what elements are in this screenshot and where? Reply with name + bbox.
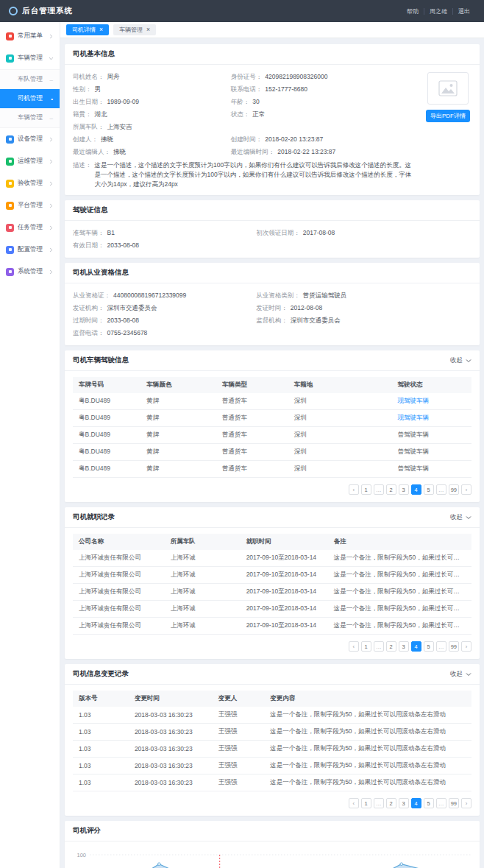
page-button[interactable]: 4 xyxy=(411,484,421,495)
page-button[interactable]: 5 xyxy=(424,798,434,808)
page-button[interactable]: 5 xyxy=(424,484,434,495)
page-button[interactable]: 2 xyxy=(386,641,396,652)
page-button[interactable]: › xyxy=(461,798,471,808)
page-button[interactable]: 3 xyxy=(399,641,409,652)
field-row: 司机姓名：周舟 身份证号：420982198908326000 xyxy=(73,71,416,83)
table-row: 上海环诚责任有限公司 上海环诚 2017-09-10至2018-03-14 这是… xyxy=(73,601,471,618)
page-button[interactable]: 5 xyxy=(424,641,434,652)
column-header: 车辆颜色 xyxy=(140,377,216,393)
page-button[interactable]: › xyxy=(461,484,471,495)
close-icon[interactable]: × xyxy=(99,27,103,33)
sidebar-subitem-driver-mgmt[interactable]: 司机管理 • xyxy=(0,89,60,108)
vehicle-mgmt-submenu: 车队管理 – 司机管理 • 车辆管理 – xyxy=(0,69,60,128)
sidebar-item-platform-mgmt[interactable]: 平台管理 xyxy=(0,194,60,216)
field-label: 最近编辑时间： xyxy=(231,146,275,158)
sidebar-item-label: 车辆管理 xyxy=(18,54,45,63)
page-button[interactable]: 2 xyxy=(386,484,396,495)
field-value: 440800088196712339099 xyxy=(113,289,186,302)
collapse-toggle[interactable]: 收起 xyxy=(450,513,471,522)
sidebar-item-task-mgmt[interactable]: 任务管理 xyxy=(0,216,60,239)
collapse-label: 收起 xyxy=(450,356,463,365)
sidebar-item-config-mgmt[interactable]: 配置管理 xyxy=(0,239,60,261)
page-button[interactable]: … xyxy=(374,641,384,652)
chevron-right-icon xyxy=(49,247,54,253)
driver-score-card: 司机评分 02040608010010/2010/2110/2210/2310/… xyxy=(65,821,480,868)
table-row: 1.03 2018-03-03 16:30:23 王强强 这是一个备注，限制字段… xyxy=(73,741,471,758)
page-button[interactable]: 99 xyxy=(449,484,459,495)
export-pdf-button[interactable]: 导出PDF详情 xyxy=(426,110,470,122)
logout-link[interactable]: 退出 xyxy=(453,7,475,15)
field-value: 0755-2345678 xyxy=(107,327,148,339)
chevron-down-icon xyxy=(466,515,471,521)
sidebar-subitem-vehicle-mgmt[interactable]: 车辆管理 – xyxy=(0,108,60,127)
chevron-right-icon xyxy=(49,159,54,164)
page-button[interactable]: 1 xyxy=(361,798,371,808)
driving-status-link[interactable]: 现驾驶车辆 xyxy=(392,410,471,427)
content-cell: 这是一个备注，限制字段为50，如果过长可以用滚动条左右滑动 xyxy=(264,724,471,741)
period-cell: 2017-09-10至2018-03-14 xyxy=(241,618,328,635)
platform-mgmt-icon xyxy=(6,202,14,210)
page-button[interactable]: 1 xyxy=(361,484,371,495)
page-button[interactable]: 2 xyxy=(386,798,396,808)
subitem-label: 车队管理 xyxy=(18,75,43,84)
page-button[interactable]: 99 xyxy=(449,798,459,808)
sidebar-item-acceptance-mgmt[interactable]: 验收管理 xyxy=(0,172,60,194)
note-cell: 这是一个备注，限制字段为50，如果过长可以用滚动条左右滑动 xyxy=(328,567,471,584)
sidebar-item-vehicle-mgmt[interactable]: 车辆管理 xyxy=(0,47,60,69)
tab-label: 司机详情 xyxy=(72,26,96,34)
sidebar-item-system-mgmt[interactable]: 系统管理 xyxy=(0,261,60,283)
page-button[interactable]: ‹ xyxy=(349,798,359,808)
field-value: 1989-09-09 xyxy=(107,96,139,108)
page-button[interactable]: … xyxy=(436,641,446,652)
page-button[interactable]: ‹ xyxy=(349,641,359,652)
field-label: 准驾车辆： xyxy=(73,227,104,239)
page-button[interactable]: 3 xyxy=(399,484,409,495)
collapse-label: 收起 xyxy=(450,513,463,522)
chevron-right-icon xyxy=(49,137,54,142)
page-button[interactable]: … xyxy=(374,798,384,808)
tab-driver-detail[interactable]: 司机详情 × xyxy=(66,24,109,35)
sidebar-item-label: 运维管理 xyxy=(18,157,45,166)
column-header: 车辆类型 xyxy=(216,377,288,393)
sidebar-item-ops-mgmt[interactable]: 运维管理 xyxy=(0,150,60,172)
field-value: 420982198908326000 xyxy=(265,71,327,83)
driving-status-link[interactable]: 现驾驶车辆 xyxy=(392,393,471,410)
table-row: 1.03 2018-03-03 16:30:23 王强强 这是一个备注，限制字段… xyxy=(73,758,471,775)
sidebar-item-device-mgmt[interactable]: 设备管理 xyxy=(0,128,60,150)
field-label: 年龄： xyxy=(231,96,250,108)
sidebar-subitem-fleet-mgmt[interactable]: 车队管理 – xyxy=(0,70,60,89)
page-button[interactable]: 99 xyxy=(449,641,459,652)
page-button[interactable]: ‹ xyxy=(349,484,359,495)
sidebar-item-common-menu[interactable]: 常用菜单 xyxy=(0,25,60,47)
page-button[interactable]: 4 xyxy=(411,798,421,808)
driving-status-link: 曾驾驶车辆 xyxy=(392,427,471,444)
page-button[interactable]: 1 xyxy=(361,641,371,652)
user-link[interactable]: 周之雄 xyxy=(424,7,452,15)
field-label: 过期时间： xyxy=(73,314,104,327)
field-row: 最近编辑人：拂晓 最近编辑时间：2018-02-22 13:23:87 xyxy=(73,146,416,158)
period-cell: 2017-09-10至2018-03-14 xyxy=(241,601,328,618)
page-button[interactable]: › xyxy=(461,641,471,652)
help-link[interactable]: 帮助 xyxy=(402,7,424,15)
chevron-right-icon xyxy=(49,225,54,230)
page-button[interactable]: … xyxy=(436,484,446,495)
sidebar-item-label: 设备管理 xyxy=(18,135,45,144)
tab-bar: 司机详情 × 车辆管理 × xyxy=(60,22,484,38)
page-button[interactable]: 4 xyxy=(411,641,421,652)
page-button[interactable]: … xyxy=(436,798,446,808)
field-label: 初次领证日期： xyxy=(256,227,300,239)
page-button[interactable]: 3 xyxy=(399,798,409,808)
collapse-toggle[interactable]: 收起 xyxy=(450,670,471,679)
color-cell: 黄牌 xyxy=(140,410,216,427)
field-value: 拂晓 xyxy=(101,133,113,146)
collapse-toggle[interactable]: 收起 xyxy=(450,356,471,365)
close-icon[interactable]: × xyxy=(146,27,150,33)
table-row: 上海环诚责任有限公司 上海环诚 2017-09-10至2018-03-14 这是… xyxy=(73,618,471,635)
field-row: 所属车队：上海安吉 xyxy=(73,121,416,133)
chevron-right-icon xyxy=(49,34,54,39)
time-cell: 2018-03-03 16:30:23 xyxy=(129,707,213,724)
tab-vehicle-mgmt[interactable]: 车辆管理 × xyxy=(113,24,156,35)
page-button[interactable]: … xyxy=(374,484,384,495)
person-cell: 王强强 xyxy=(213,775,264,791)
column-header: 驾驶状态 xyxy=(392,377,471,393)
